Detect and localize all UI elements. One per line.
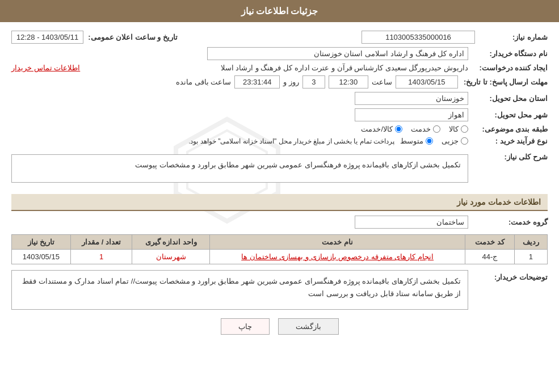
response-remain: 23:31:44 bbox=[234, 75, 280, 88]
response-date: 1403/05/15 bbox=[396, 75, 458, 88]
response-days: 3 bbox=[302, 75, 325, 88]
announce-datetime-label: تاریخ و ساعت اعلان عمومی: bbox=[88, 33, 178, 41]
category-kala-radio[interactable] bbox=[461, 125, 468, 133]
general-desc-box: تکمیل بخشی ازکارهای باقیمانده پروژه فرهن… bbox=[11, 154, 468, 183]
category-khedmat-label: خدمت bbox=[411, 125, 431, 133]
request-number-label: شماره نیاز: bbox=[480, 33, 548, 41]
services-section-title: اطلاعات خدمات مورد نیاز bbox=[11, 194, 548, 211]
category-khedmat-radio[interactable] bbox=[433, 125, 440, 133]
col-header-unit: واحد اندازه گیری bbox=[132, 235, 210, 250]
response-day-label: روز و bbox=[283, 78, 299, 86]
category-kala-item: کالا bbox=[449, 125, 468, 133]
purchase-jozi-item: جزیی bbox=[442, 137, 468, 145]
category-kala-khedmat-radio[interactable] bbox=[395, 125, 402, 133]
col-header-code: کد خدمت bbox=[465, 235, 515, 250]
header-title: جزئیات اطلاعات نیاز bbox=[241, 6, 318, 16]
response-remain-label: ساعت باقی مانده bbox=[176, 78, 231, 86]
row-unit: شهرستان bbox=[132, 250, 210, 264]
col-header-row: ردیف bbox=[514, 235, 547, 250]
service-group-label: گروه خدمت: bbox=[468, 218, 548, 226]
row-code: ج-44 bbox=[465, 250, 515, 264]
announce-datetime-value: 1403/05/11 - 12:28 bbox=[11, 31, 83, 44]
creator-label: ایجاد کننده درخواست: bbox=[468, 64, 548, 72]
back-button[interactable]: بازگشت bbox=[278, 318, 339, 335]
buyer-notes-box: تکمیل بخشی ازکارهای باقیمانده پروژه فرهن… bbox=[11, 270, 468, 310]
city-value: اهواز bbox=[355, 108, 468, 121]
city-label: شهر محل تحویل: bbox=[468, 111, 548, 119]
response-time: 12:30 bbox=[329, 75, 368, 88]
purchase-type-radio-group: جزیی متوسط bbox=[400, 137, 468, 145]
table-row: 1 ج-44 انجام کارهای متفرقه درخصوص بازساز… bbox=[12, 250, 548, 264]
row-date: 1403/05/15 bbox=[12, 250, 71, 264]
buyer-notes-label: توضیحات خریدار: bbox=[468, 270, 548, 281]
category-kala-label: کالا bbox=[449, 125, 459, 133]
request-number-value: 1103005335000016 bbox=[362, 31, 475, 44]
category-kala-khedmat-item: کالا/خدمت bbox=[361, 125, 402, 133]
col-header-qty: تعداد / مقدار bbox=[70, 235, 132, 250]
creator-value: داریوش حیدرپورگل سعیدی کارشناس قرآن و عت… bbox=[85, 64, 468, 72]
province-label: استان محل تحویل: bbox=[468, 94, 548, 103]
purchase-jozi-label: جزیی bbox=[442, 137, 459, 145]
general-desc-value: تکمیل بخشی ازکارهای باقیمانده پروژه فرهن… bbox=[135, 161, 461, 169]
category-kala-khedmat-label: کالا/خدمت bbox=[361, 125, 393, 133]
purchase-type-label: نوع فرآیند خرید : bbox=[468, 137, 548, 145]
category-label: طبقه بندی موضوعی: bbox=[468, 125, 548, 133]
purchase-type-note: پرداخت تمام یا بخشی از مبلغ خریدار محل "… bbox=[188, 137, 394, 145]
buyer-org-value: اداره کل فرهنگ و ارشاد اسلامی استان خوزس… bbox=[207, 47, 468, 60]
footer-buttons: بازگشت چاپ bbox=[11, 318, 548, 335]
print-button[interactable]: چاپ bbox=[221, 318, 270, 335]
service-group-value: ساختمان bbox=[355, 216, 468, 229]
creator-contact-link[interactable]: اطلاعات تماس خریدار bbox=[11, 64, 80, 72]
buyer-org-label: نام دستگاه خریدار: bbox=[468, 49, 548, 58]
purchase-motavasset-item: متوسط bbox=[400, 137, 433, 145]
buyer-notes-value: تکمیل بخشی ازکارهای باقیمانده پروژه فرهن… bbox=[22, 277, 461, 298]
purchase-jozi-radio[interactable] bbox=[461, 137, 468, 145]
province-value: خوزستان bbox=[355, 92, 468, 105]
category-radio-group: کالا خدمت کالا/خدمت bbox=[11, 125, 468, 133]
general-desc-label: شرح کلی نیاز: bbox=[468, 150, 548, 161]
row-num: 1 bbox=[514, 250, 547, 264]
page-header: جزئیات اطلاعات نیاز bbox=[0, 0, 559, 22]
response-deadline-label: مهلت ارسال پاسخ: تا تاریخ: bbox=[458, 78, 548, 86]
response-time-label: ساعت bbox=[372, 78, 392, 86]
row-service-name: انجام کارهای متفرقه درخصوص بازسازی و بهس… bbox=[210, 250, 465, 264]
services-table: ردیف کد خدمت نام خدمت واحد اندازه گیری ت… bbox=[11, 234, 548, 264]
col-header-name: نام خدمت bbox=[210, 235, 465, 250]
row-qty: 1 bbox=[70, 250, 132, 264]
purchase-motavasset-radio[interactable] bbox=[426, 137, 433, 145]
col-header-date: تاریخ نیاز bbox=[12, 235, 71, 250]
category-khedmat-item: خدمت bbox=[411, 125, 440, 133]
purchase-motavasset-label: متوسط bbox=[400, 137, 423, 145]
